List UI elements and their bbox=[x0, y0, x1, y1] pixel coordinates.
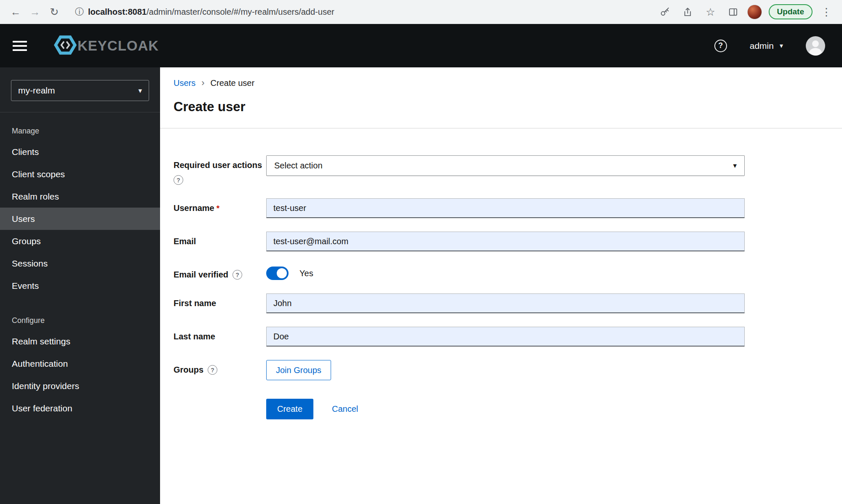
email-verified-toggle[interactable] bbox=[266, 267, 289, 280]
nav-toggle-hamburger-icon[interactable] bbox=[13, 41, 27, 51]
create-button[interactable]: Create bbox=[266, 399, 313, 419]
bookmark-star-icon[interactable]: ☆ bbox=[702, 3, 719, 21]
breadcrumb-users-link[interactable]: Users bbox=[174, 78, 195, 88]
chevron-down-icon: ▾ bbox=[138, 86, 142, 95]
app-masthead: KEYCLOAK ? admin ▾ bbox=[0, 24, 842, 67]
email-verified-label-block: Email verified ? bbox=[174, 265, 266, 280]
sidebar-item-realm-roles[interactable]: Realm roles bbox=[0, 185, 160, 208]
page-title: Create user bbox=[174, 99, 829, 115]
sidebar-item-groups[interactable]: Groups bbox=[0, 230, 160, 252]
share-icon[interactable] bbox=[679, 3, 697, 21]
breadcrumb-separator-icon: › bbox=[201, 77, 204, 88]
browser-menu-icon[interactable]: ⋮ bbox=[818, 3, 835, 21]
browser-toolbar: ← → ↻ ⓘ localhost:8081/admin/master/cons… bbox=[0, 0, 842, 24]
form-row-username: Username* bbox=[174, 198, 842, 218]
address-bar[interactable]: ⓘ localhost:8081/admin/master/console/#/… bbox=[69, 3, 650, 21]
keycloak-logo-icon bbox=[54, 35, 77, 57]
reload-icon[interactable]: ↻ bbox=[45, 3, 63, 21]
url-path: /admin/master/console/#/my-realm/users/a… bbox=[147, 7, 334, 16]
email-verified-label: Email verified bbox=[174, 270, 228, 280]
back-icon[interactable]: ← bbox=[7, 3, 24, 21]
join-groups-button[interactable]: Join Groups bbox=[266, 360, 331, 380]
user-menu-dropdown[interactable]: admin ▾ bbox=[750, 41, 783, 51]
form-row-required-actions: Required user actions ? Select action ▾ bbox=[174, 155, 842, 185]
username-field[interactable] bbox=[266, 198, 745, 218]
last-name-label: Last name bbox=[174, 327, 266, 347]
chevron-down-icon: ▾ bbox=[780, 42, 783, 50]
password-key-icon[interactable] bbox=[656, 3, 674, 21]
required-actions-label: Required user actions bbox=[174, 160, 266, 170]
first-name-label: First name bbox=[174, 293, 266, 313]
toggle-knob bbox=[277, 268, 287, 278]
browser-profile-avatar[interactable] bbox=[747, 5, 762, 19]
sidebar-item-users[interactable]: Users bbox=[0, 208, 160, 230]
breadcrumb: Users › Create user bbox=[174, 77, 829, 88]
groups-label-block: Groups ? bbox=[174, 360, 266, 380]
username-label: Username bbox=[174, 203, 214, 213]
required-asterisk: * bbox=[217, 204, 219, 213]
email-verified-state: Yes bbox=[299, 269, 313, 278]
realm-selector-label: my-realm bbox=[18, 85, 55, 96]
sidebar-item-client-scopes[interactable]: Client scopes bbox=[0, 163, 160, 185]
create-user-form: Required user actions ? Select action ▾ … bbox=[160, 128, 842, 419]
sidebar-item-identity-providers[interactable]: Identity providers bbox=[0, 375, 160, 397]
sidebar-item-authentication[interactable]: Authentication bbox=[0, 352, 160, 375]
chrome-update-button[interactable]: Update bbox=[769, 4, 813, 19]
sidebar-item-clients[interactable]: Clients bbox=[0, 141, 160, 163]
sidebar-item-realm-settings[interactable]: Realm settings bbox=[0, 330, 160, 352]
realm-selector-dropdown[interactable]: my-realm ▾ bbox=[11, 80, 149, 101]
form-row-email-verified: Email verified ? Yes bbox=[174, 265, 842, 280]
required-actions-help-icon[interactable]: ? bbox=[174, 175, 183, 185]
chevron-down-icon: ▾ bbox=[733, 161, 737, 170]
form-row-groups: Groups ? Join Groups bbox=[174, 360, 842, 380]
sidebar-item-sessions[interactable]: Sessions bbox=[0, 252, 160, 275]
email-label: Email bbox=[174, 232, 266, 251]
cancel-link[interactable]: Cancel bbox=[332, 404, 358, 414]
sidebar-item-events[interactable]: Events bbox=[0, 275, 160, 297]
required-actions-select[interactable]: Select action ▾ bbox=[266, 155, 745, 176]
sidebar-nav: my-realm ▾ Manage Clients Client scopes … bbox=[0, 67, 160, 504]
user-menu-label: admin bbox=[750, 41, 774, 51]
url-host: localhost:8081 bbox=[88, 7, 147, 16]
last-name-field[interactable] bbox=[266, 327, 745, 347]
required-actions-label-block: Required user actions ? bbox=[174, 155, 266, 185]
nav-section-configure: Configure bbox=[0, 316, 160, 325]
main-content: Users › Create user Create user Required… bbox=[160, 67, 842, 504]
form-row-first-name: First name bbox=[174, 293, 842, 313]
form-row-last-name: Last name bbox=[174, 327, 842, 347]
side-panel-icon[interactable] bbox=[724, 3, 742, 21]
nav-section-manage: Manage bbox=[0, 127, 160, 136]
email-field[interactable] bbox=[266, 232, 745, 251]
site-info-icon[interactable]: ⓘ bbox=[75, 6, 84, 18]
groups-label: Groups bbox=[174, 365, 203, 375]
keycloak-logo[interactable]: KEYCLOAK bbox=[54, 35, 159, 57]
required-actions-select-value: Select action bbox=[274, 161, 323, 171]
breadcrumb-current: Create user bbox=[211, 78, 255, 88]
url-text: localhost:8081/admin/master/console/#/my… bbox=[88, 7, 334, 17]
groups-help-icon[interactable]: ? bbox=[208, 365, 217, 375]
forward-icon[interactable]: → bbox=[26, 3, 44, 21]
first-name-field[interactable] bbox=[266, 293, 745, 313]
help-icon[interactable]: ? bbox=[714, 40, 727, 52]
email-verified-help-icon[interactable]: ? bbox=[233, 270, 242, 280]
brand-wordmark: KEYCLOAK bbox=[78, 38, 159, 54]
form-row-email: Email bbox=[174, 232, 842, 251]
username-label-block: Username* bbox=[174, 198, 266, 218]
form-actions: Create Cancel bbox=[266, 399, 842, 419]
user-avatar[interactable] bbox=[806, 36, 825, 56]
sidebar-item-user-federation[interactable]: User federation bbox=[0, 397, 160, 419]
